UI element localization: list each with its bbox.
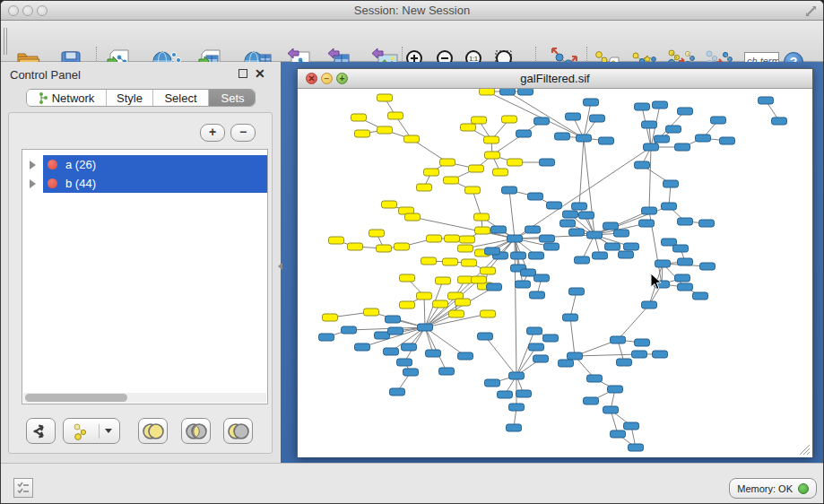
graph-node	[509, 372, 525, 379]
graph-node	[502, 187, 517, 194]
graph-node	[439, 368, 455, 375]
list-item[interactable]: a (26)	[22, 155, 267, 174]
graph-node	[472, 276, 487, 283]
memory-status-label: Memory: OK	[737, 483, 793, 494]
task-history-button[interactable]	[13, 478, 33, 498]
graph-node	[440, 159, 455, 166]
remove-set-button[interactable]: −	[230, 124, 256, 142]
graph-node	[427, 235, 442, 242]
scrollbar-thumb[interactable]	[25, 394, 127, 402]
graph-node	[579, 212, 594, 219]
resize-grip-icon[interactable]	[796, 441, 811, 456]
list-item[interactable]: b (44)	[22, 174, 267, 193]
tab-sets[interactable]: Sets	[209, 90, 256, 106]
tab-select[interactable]: Select	[153, 90, 209, 106]
tab-network[interactable]: Network	[27, 90, 107, 106]
add-set-button[interactable]: +	[200, 124, 225, 142]
sets-list[interactable]: a (26) b (44)	[22, 149, 268, 404]
graph-node	[474, 213, 490, 221]
graph-node	[544, 243, 559, 250]
graph-node	[700, 263, 716, 270]
graph-node	[417, 184, 432, 191]
graph-node	[403, 369, 419, 376]
graph-node	[509, 404, 525, 411]
graph-node	[566, 113, 581, 120]
graph-node	[521, 269, 536, 276]
sets-toolbar	[9, 418, 272, 445]
graph-node	[443, 258, 458, 265]
graph-node	[664, 180, 679, 187]
create-set-dropdown-button[interactable]	[63, 418, 120, 444]
graph-node	[449, 310, 464, 317]
network-desktop: ✕ − + galFiltered.sif	[281, 62, 824, 463]
graph-node	[653, 101, 668, 109]
fullscreen-icon[interactable]	[804, 4, 818, 18]
graph-node	[529, 343, 544, 351]
graph-node	[458, 245, 473, 252]
set-label: b (44)	[65, 177, 96, 190]
graph-node	[699, 220, 715, 227]
tab-style[interactable]: Style	[107, 90, 153, 106]
graph-node	[590, 115, 605, 122]
graph-node	[390, 388, 405, 395]
set-color-icon	[48, 160, 57, 169]
graph-node	[516, 130, 532, 137]
graph-node	[655, 135, 670, 143]
network-canvas-svg[interactable]	[298, 89, 812, 457]
float-panel-icon[interactable]	[239, 69, 247, 78]
graph-node	[540, 235, 555, 242]
graph-node	[611, 430, 626, 438]
graph-node	[642, 301, 657, 308]
window-titlebar: Session: New Session	[1, 1, 823, 21]
graph-node	[507, 235, 523, 242]
network-view[interactable]	[298, 89, 812, 457]
graph-node	[563, 314, 578, 321]
graph-node	[635, 103, 650, 110]
network-frame[interactable]: ✕ − + galFiltered.sif	[297, 68, 813, 457]
graph-node	[678, 283, 693, 291]
selected-row: a (26)	[43, 155, 267, 174]
graph-node	[436, 277, 451, 284]
intersect-sets-button[interactable]	[181, 418, 211, 444]
collapse-panel-arrow[interactable]	[278, 263, 282, 270]
graph-node	[662, 203, 677, 210]
toolbar-drag-handle[interactable]	[4, 28, 7, 55]
expander-icon[interactable]	[30, 161, 36, 169]
difference-sets-button[interactable]	[223, 418, 253, 444]
task-list-icon	[16, 481, 30, 495]
graph-node	[405, 213, 421, 221]
horizontal-scrollbar[interactable]	[23, 393, 266, 403]
graph-node	[377, 245, 392, 252]
split-set-button[interactable]	[26, 418, 56, 444]
selected-row: b (44)	[43, 174, 267, 193]
graph-node	[388, 112, 403, 119]
graph-node	[507, 159, 523, 166]
venn-difference-icon	[227, 422, 250, 440]
control-panel-header: Control Panel ✕	[1, 62, 281, 87]
close-panel-icon[interactable]: ✕	[255, 66, 265, 81]
graph-node	[555, 133, 570, 140]
union-sets-button[interactable]	[138, 418, 168, 444]
graph-node	[696, 135, 711, 142]
graph-node	[475, 227, 490, 234]
graph-node	[540, 159, 555, 166]
graph-node	[525, 226, 541, 233]
graph-node	[507, 424, 522, 431]
dropdown-caret-icon	[105, 429, 112, 433]
control-panel-tabs: Network Style Select Sets	[26, 89, 256, 107]
graph-node	[377, 126, 393, 134]
graph-node	[593, 252, 608, 259]
graph-node	[480, 89, 495, 95]
graph-node	[516, 281, 531, 288]
graph-node	[384, 348, 399, 355]
expander-icon[interactable]	[30, 179, 36, 188]
graph-node	[711, 117, 726, 124]
memory-status-button[interactable]: Memory: OK	[729, 478, 817, 499]
graph-node	[426, 350, 441, 357]
graph-node	[617, 359, 632, 366]
graph-node	[527, 327, 542, 335]
graph-node	[577, 135, 592, 142]
window-title: Session: New Session	[1, 4, 823, 17]
graph-node	[639, 220, 655, 227]
frame-titlebar[interactable]: ✕ − + galFiltered.sif	[298, 69, 812, 89]
